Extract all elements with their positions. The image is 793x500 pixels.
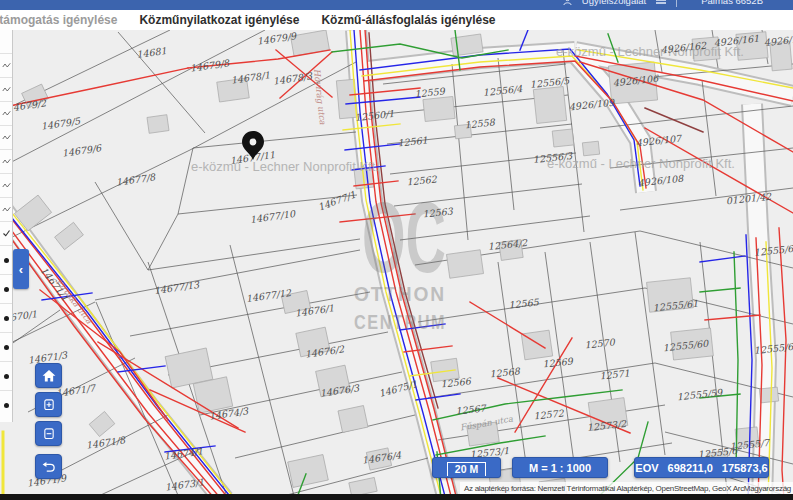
watermark-word: OTTHON <box>354 282 446 305</box>
main-navbar: éstámogatás igénylése Közműnyilatkozat i… <box>0 10 793 30</box>
line-style-icon <box>2 109 11 118</box>
legend-row-dot[interactable] <box>0 245 12 274</box>
chevron-left-icon: ‹ <box>19 262 23 277</box>
ratio-label: M = 1 : 1000 <box>529 462 591 474</box>
legend-row-squiggle[interactable] <box>0 149 12 173</box>
undo-button[interactable] <box>35 454 62 479</box>
line-style-icon <box>2 85 11 94</box>
watermark-word: CENTRUM <box>354 310 446 333</box>
undo-arrow-icon <box>40 459 58 475</box>
top-account-bar: Ügyfélszolgálat Pálmás 6652B <box>0 0 793 10</box>
legend-row-dot[interactable] <box>0 303 12 332</box>
line-style-icon <box>2 61 11 70</box>
minus-square-icon <box>40 426 58 442</box>
dot-icon <box>4 345 9 350</box>
attribution-text: Az alaptérkép forrása: Nemzeti Térinform… <box>464 484 791 493</box>
line-style-icon <box>2 157 11 166</box>
legend-row-squiggle[interactable] <box>0 125 12 149</box>
home-button[interactable] <box>35 363 62 388</box>
bottom-black-bar <box>0 494 793 500</box>
house-icon <box>40 368 58 384</box>
dot-icon <box>4 287 9 292</box>
check-icon <box>2 229 11 238</box>
dot-icon <box>4 316 9 321</box>
legend-row-check[interactable] <box>0 221 12 245</box>
nav-item-kozmunyilatkozat[interactable]: Közműnyilatkozat igénylése <box>139 13 299 27</box>
map-ratio-button[interactable]: M = 1 : 1000 <box>512 457 608 478</box>
scale-bar-button[interactable]: 20 M <box>432 457 501 478</box>
legend-row-dot[interactable] <box>0 361 12 390</box>
eov-coordinates-button[interactable]: EOV 698211,0 175873,6 <box>634 457 769 478</box>
app-window: e-közmű - Lechner Nonprofit Kft.e-közmű … <box>0 0 793 500</box>
legend-row-dot[interactable] <box>0 390 12 419</box>
map-canvas[interactable]: e-közmű - Lechner Nonprofit Kft.e-közmű … <box>0 0 793 500</box>
zoom-in-button[interactable] <box>35 392 62 417</box>
legend-row-squiggle[interactable] <box>0 53 12 77</box>
eov-label: EOV <box>635 462 658 474</box>
nav-item-tamogatas[interactable]: éstámogatás igénylése <box>0 13 117 27</box>
line-style-icon <box>2 205 11 214</box>
legend-row-dot[interactable] <box>0 274 12 303</box>
scale-label: 20 M <box>455 463 478 475</box>
hamburger-icon[interactable] <box>656 0 666 4</box>
legend-row-squiggle[interactable] <box>0 173 12 197</box>
legend-row-dot[interactable] <box>0 332 12 361</box>
line-style-icon <box>2 181 11 190</box>
nav-item-allasfoglalas[interactable]: Közmű-állásfoglalás igénylése <box>321 13 495 27</box>
legend-row-squiggle[interactable] <box>0 197 12 221</box>
dot-icon <box>4 403 9 408</box>
dot-icon <box>4 258 9 263</box>
dot-icon <box>4 374 9 379</box>
panel-collapse-tab[interactable]: ‹ <box>13 249 29 289</box>
user-label[interactable]: Pálmás 6652B <box>701 0 763 6</box>
watermark-lechner: e-közmű - Lechner Nonprofit Kft. <box>191 159 379 174</box>
support-link[interactable]: Ügyfélszolgálat <box>582 0 646 6</box>
topbar-divider <box>676 0 677 7</box>
eov-y-value: 175873,6 <box>722 462 768 474</box>
watermark-logo: OC <box>362 181 446 293</box>
legend-row-squiggle[interactable] <box>0 101 12 125</box>
watermark-lechner: e-közmű - Lechner Nonprofit Kft. <box>547 156 735 171</box>
line-style-icon <box>2 133 11 142</box>
legend-row-squiggle[interactable] <box>0 77 12 101</box>
eov-x-value: 698211,0 <box>668 462 713 474</box>
zoom-out-button[interactable] <box>35 421 62 446</box>
plus-square-icon <box>40 397 58 413</box>
layer-strip <box>0 30 13 422</box>
person-icon <box>563 0 572 5</box>
